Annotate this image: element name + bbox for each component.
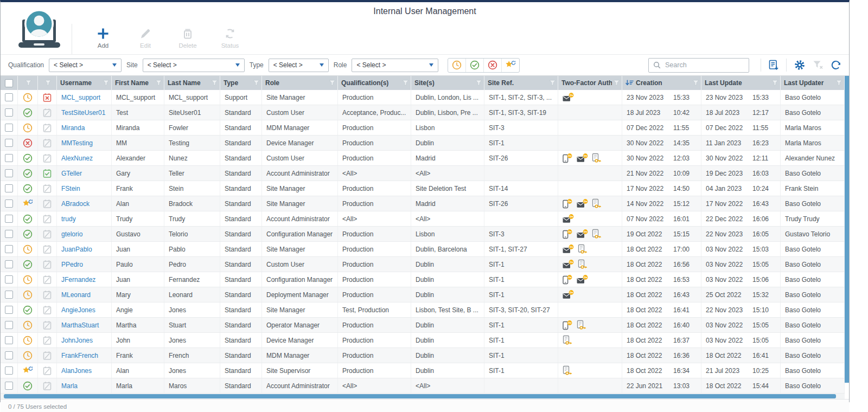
table-row[interactable]: AlanJonesAlanJonesStandardSite Superviso… — [1, 363, 845, 378]
row-checkbox[interactable] — [5, 260, 13, 268]
username-link[interactable]: MMTesting — [61, 139, 93, 147]
table-row[interactable]: MarthaStuartMarthaStuartStandardOperator… — [1, 318, 845, 333]
username-link[interactable]: Miranda — [61, 124, 85, 132]
filter-funnel-icon[interactable] — [835, 80, 843, 86]
table-row[interactable]: MirandaMirandaFowlerStandardMDM ManagerP… — [1, 120, 845, 136]
row-checkbox[interactable] — [5, 108, 13, 117]
vertical-scrollbar[interactable] — [845, 76, 849, 383]
refresh-icon[interactable] — [831, 60, 841, 70]
type-select[interactable]: < Select > — [269, 59, 329, 72]
table-row[interactable]: MLeonardMaryLeonardStandardDeployment Ma… — [1, 287, 845, 302]
username-link[interactable]: PPedro — [61, 261, 83, 268]
username-link[interactable]: AngieJones — [61, 306, 95, 314]
filter-funnel-icon[interactable] — [155, 80, 162, 86]
username-link[interactable]: TestSiteUser01 — [61, 109, 105, 117]
col-header-validity[interactable] — [38, 76, 57, 90]
col-header-last_update[interactable]: Last Update — [701, 76, 781, 90]
username-link[interactable]: FrankFrench — [61, 352, 98, 359]
row-checkbox[interactable] — [5, 215, 13, 223]
username-link[interactable]: JohnJones — [61, 337, 93, 344]
row-checkbox[interactable] — [5, 199, 13, 208]
horizontal-scrollbar[interactable] — [1, 394, 845, 399]
filter-funnel-icon[interactable] — [103, 80, 110, 86]
filter-funnel-icon[interactable] — [549, 80, 556, 86]
table-row[interactable]: JuanPabloJuanPabloStandardSite ManagerPr… — [1, 242, 845, 257]
table-row[interactable]: MarlaMarlaMarosStandardAccount Administr… — [1, 378, 845, 394]
filter-funnel-icon[interactable] — [613, 80, 620, 86]
gear-icon[interactable] — [794, 59, 806, 71]
status-button[interactable]: Status — [209, 26, 251, 49]
username-link[interactable]: MLeonard — [61, 291, 91, 299]
row-checkbox[interactable] — [5, 245, 13, 253]
select-all-checkbox[interactable] — [5, 79, 13, 87]
col-header-role[interactable]: Role — [262, 76, 338, 90]
table-row[interactable]: TestSiteUser01TestSiteUser01StandardCust… — [1, 105, 845, 120]
table-row[interactable]: JFernandezJuanFernandezStandardConfigura… — [1, 272, 845, 287]
table-row[interactable]: gtelorioGustavoTelorioStandardConfigurat… — [1, 227, 845, 242]
row-checkbox[interactable] — [5, 382, 13, 390]
delete-button[interactable]: Delete — [167, 26, 209, 49]
row-checkbox[interactable] — [5, 124, 13, 132]
row-checkbox[interactable] — [5, 321, 13, 329]
username-link[interactable]: Marla — [61, 382, 78, 390]
new-status-filter-button[interactable] — [502, 59, 519, 72]
username-link[interactable]: MCL_support — [61, 94, 100, 101]
row-checkbox[interactable] — [5, 230, 13, 238]
row-checkbox[interactable] — [5, 184, 13, 192]
export-icon[interactable] — [768, 60, 779, 71]
col-header-twofactor[interactable]: Two-Factor Auth. — [558, 76, 622, 90]
filter-funnel-icon[interactable] — [329, 80, 336, 86]
table-row[interactable]: JohnJonesJohnJonesStandardDevice Manager… — [1, 333, 845, 348]
username-link[interactable]: AlexNunez — [61, 154, 93, 162]
username-link[interactable]: gtelorio — [61, 230, 82, 238]
row-checkbox[interactable] — [5, 291, 13, 299]
username-link[interactable]: JFernandez — [61, 276, 95, 284]
filter-funnel-icon[interactable] — [771, 80, 778, 86]
row-checkbox[interactable] — [5, 275, 13, 284]
username-link[interactable]: GTeller — [61, 170, 82, 177]
table-row[interactable]: MMTestingMMTestingStandardDevice Manager… — [1, 136, 845, 151]
table-row[interactable]: PPedroPauloPedroStandardCustom UserProdu… — [1, 257, 845, 272]
row-checkbox[interactable] — [5, 336, 13, 344]
row-checkbox[interactable] — [5, 93, 13, 101]
filter-funnel-icon[interactable] — [692, 80, 699, 86]
filter-funnel-icon[interactable] — [253, 80, 260, 86]
table-row[interactable]: trudyTrudyTrudyStandardAccount Administr… — [1, 211, 845, 227]
row-checkbox[interactable] — [5, 306, 13, 314]
username-link[interactable]: JuanPablo — [61, 246, 92, 253]
row-checkbox[interactable] — [5, 154, 13, 162]
table-row[interactable]: AlexNunezAlexanderNunezStandardCustom Us… — [1, 151, 845, 166]
username-link[interactable]: MarthaStuart — [61, 321, 99, 329]
username-link[interactable]: FStein — [61, 185, 80, 192]
row-checkbox[interactable] — [5, 169, 13, 177]
col-header-first_name[interactable]: First Name — [112, 76, 164, 90]
row-checkbox[interactable] — [5, 366, 13, 375]
clear-filter-icon[interactable] — [813, 60, 824, 70]
col-header-last_name[interactable]: Last Name — [164, 76, 220, 90]
col-header-creation[interactable]: Creation — [622, 76, 701, 90]
table-row[interactable]: FrankFrenchFrankFrenchStandardMDM Manage… — [1, 348, 845, 363]
filter-funnel-icon[interactable] — [402, 80, 409, 86]
sort-descending-icon[interactable] — [626, 80, 634, 86]
add-button[interactable]: Add — [82, 26, 124, 49]
edit-button[interactable]: Edit — [124, 26, 167, 49]
table-row[interactable]: FSteinFrankSteinStandardSite ManagerProd… — [1, 181, 845, 196]
col-header-sites[interactable]: Site(s) — [411, 76, 484, 90]
table-row[interactable]: MCL_supportMCL_supportMCL_supportSupport… — [1, 90, 845, 105]
table-row[interactable]: GTellerGaryTellerStandardAccount Adminis… — [1, 166, 845, 181]
table-row[interactable]: ABradockAlanBradockStandardSite ManagerP… — [1, 196, 845, 211]
filter-funnel-icon[interactable] — [475, 80, 482, 86]
table-row[interactable]: AngieJonesAngieJonesStandardSite Manager… — [1, 302, 845, 318]
row-checkbox[interactable] — [5, 351, 13, 359]
revoked-status-filter-button[interactable] — [484, 59, 502, 72]
username-link[interactable]: ABradock — [61, 200, 90, 208]
vertical-scrollbar-thumb[interactable] — [845, 76, 849, 383]
row-checkbox[interactable] — [5, 139, 13, 147]
col-header-site_ref[interactable]: Site Ref. — [484, 76, 558, 90]
role-select[interactable]: < Select > — [352, 59, 438, 72]
username-link[interactable]: AlanJones — [61, 367, 92, 375]
col-header-qualifications[interactable]: Qualification(s) — [338, 76, 411, 90]
filter-funnel-icon[interactable] — [44, 80, 52, 86]
username-link[interactable]: trudy — [61, 215, 76, 223]
horizontal-scrollbar-thumb[interactable] — [4, 394, 836, 398]
